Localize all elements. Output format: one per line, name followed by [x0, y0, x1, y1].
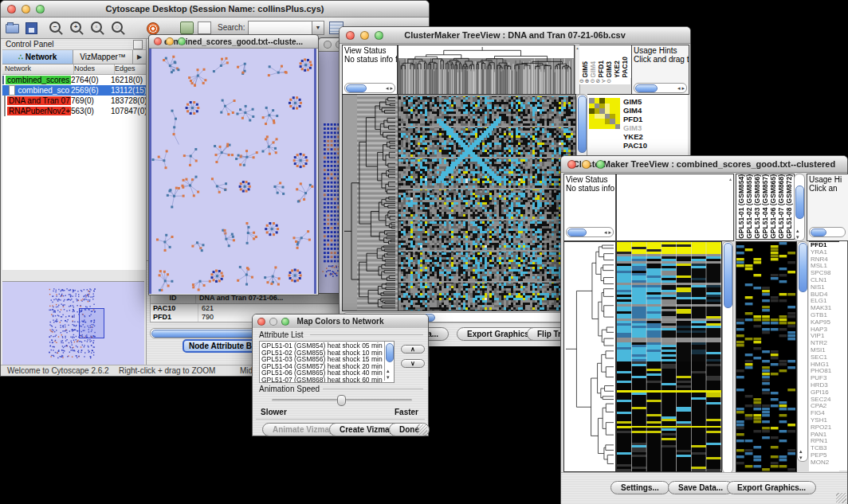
move-down-button[interactable]: ∨: [401, 359, 425, 368]
list-item[interactable]: GPL51-02 (GSM855): [745, 174, 753, 239]
list-item[interactable]: GPL51-07 (GSM868) heat shock 60 min: [261, 377, 394, 383]
maximize-icon[interactable]: [375, 31, 383, 40]
list-item[interactable]: GPL51-07 (GSM868): [777, 174, 785, 239]
network-view-window: combined_scores_good.txt--cluste...: [148, 34, 319, 295]
tv2-collabel-scrollbar[interactable]: ▴ ▾: [794, 174, 805, 241]
main-window-title: Cytoscape Desktop (Session Name: collins…: [1, 4, 429, 14]
list-item[interactable]: YKE2: [623, 132, 647, 141]
attribute-listbox[interactable]: GPL51-01 (GSM854) heat shock 05 minGPL51…: [259, 341, 395, 383]
list-item[interactable]: GIM4: [623, 106, 647, 115]
list-item[interactable]: GPL51-04 (GSM857): [761, 174, 769, 239]
tv2-heatmap[interactable]: [616, 241, 722, 472]
zoom-button[interactable]: [36, 5, 45, 14]
attribute-row[interactable]: PAC10621: [151, 304, 347, 313]
tv2-resize-grip[interactable]: [836, 493, 846, 503]
help-lifering-icon[interactable]: [147, 20, 161, 34]
tv2-export-graphics-button[interactable]: Export Graphics...: [727, 481, 816, 494]
close-icon[interactable]: [257, 318, 265, 326]
close-icon[interactable]: [324, 41, 332, 49]
tv2-usage-hints-text: Click an: [807, 184, 848, 193]
list-item[interactable]: GIM3: [623, 123, 647, 132]
zoom-fit-icon[interactable]: ◌: [110, 20, 124, 34]
list-item[interactable]: YKE2: [613, 61, 621, 78]
zoom-selected-icon[interactable]: ▫: [89, 20, 104, 34]
list-item[interactable]: GIM3: [605, 61, 613, 78]
maximize-icon[interactable]: [178, 37, 186, 45]
network-graph-canvas[interactable]: [149, 49, 316, 294]
float-panel-icon[interactable]: [133, 40, 143, 49]
list-item[interactable]: PFD1: [623, 115, 647, 123]
tab-network[interactable]: ∴ Network: [2, 50, 73, 64]
maximize-icon[interactable]: [596, 160, 605, 169]
tab-vizmapper[interactable]: VizMapper™: [73, 50, 133, 64]
network-list-row[interactable]: DNA and Tran 07769(0)183728(0): [2, 96, 146, 106]
minimize-button[interactable]: [22, 5, 30, 14]
tv2-column-labels: GPL51-01 (GSM854)GPL51-02 (GSM855)GPL51-…: [736, 174, 795, 240]
dialog-titlebar[interactable]: Map Colors to Network: [253, 315, 428, 329]
network-list-row[interactable]: RNAPuberNov2+563(0)107847(0): [2, 106, 146, 116]
minimize-icon[interactable]: [360, 31, 369, 40]
animation-speed-label: Animation Speed: [259, 385, 320, 393]
network-overview-panel[interactable]: [2, 281, 144, 365]
search-dropdown-arrow[interactable]: ▼: [312, 21, 324, 35]
treeview2-titlebar[interactable]: ClusterMaker TreeView : combined_scores_…: [561, 156, 847, 173]
slider-thumb[interactable]: [337, 395, 346, 406]
edit-network-icon[interactable]: [198, 21, 211, 34]
list-item[interactable]: GIM4: [589, 61, 597, 78]
tv2-button-row: Settings... Save Data... Export Graphics…: [561, 472, 847, 504]
tv1-hints-scrollbar[interactable]: ◂ ▸: [634, 83, 687, 93]
minimize-icon[interactable]: [166, 37, 174, 45]
tv1-mini-toolbar-icons[interactable]: ⊖⊕⊙⊘≻⊙: [579, 77, 630, 84]
zoom-in-icon[interactable]: +: [69, 20, 83, 34]
search-input[interactable]: [248, 21, 315, 35]
close-button[interactable]: [7, 5, 16, 14]
tv2-status-scrollbar[interactable]: ◂ ▸: [566, 227, 614, 237]
minimize-icon[interactable]: [582, 160, 591, 169]
list-item[interactable]: PAC10: [621, 57, 629, 78]
dialog-resize-grip[interactable]: [417, 424, 427, 435]
close-icon[interactable]: [154, 37, 162, 45]
list-item[interactable]: GPL51-06 (GSM865): [769, 174, 777, 239]
tv2-hints-scrollbar[interactable]: [809, 227, 846, 237]
network-table-header: Network Nodes Edges: [2, 64, 146, 75]
animation-speed-slider[interactable]: [272, 399, 412, 401]
tv1-usage-hints-panel: Usage Hints Click and drag tc ◂ ▸: [631, 45, 689, 95]
main-titlebar[interactable]: Cytoscape Desktop (Session Name: collins…: [1, 1, 429, 18]
minimize-icon[interactable]: [269, 318, 277, 326]
close-icon[interactable]: [346, 31, 355, 40]
tv1-gene-dendrogram[interactable]: [342, 94, 398, 311]
list-item[interactable]: PAC10: [623, 141, 647, 150]
list-item[interactable]: GIM5: [581, 61, 589, 78]
list-item[interactable]: GPL51-03 (GSM856): [753, 174, 761, 239]
network-list-row[interactable]: combined_sco2569(6)13112(15): [2, 85, 146, 96]
page-icon: [4, 96, 6, 106]
tv2-heatmap-vscrollbar[interactable]: [722, 241, 733, 474]
maximize-icon[interactable]: [281, 318, 289, 326]
tv2-save-data-button[interactable]: Save Data...: [668, 481, 733, 494]
treeview1-titlebar[interactable]: ClusterMaker TreeView : DNA and Tran 07-…: [340, 27, 690, 44]
network-list-row[interactable]: combined_scores2764(0)16218(0): [2, 75, 146, 85]
tv1-usage-hints-title: Usage Hints: [632, 45, 689, 55]
attribute-list-scrollbar[interactable]: ▴ ▾: [384, 342, 394, 381]
list-item[interactable]: GPL51-08 (GSM872): [785, 174, 793, 239]
close-icon[interactable]: [567, 160, 576, 169]
tv2-secondary-vscrollbar[interactable]: ▴ ▾: [797, 241, 808, 462]
tv1-heatmap[interactable]: [398, 94, 576, 311]
list-item[interactable]: GPL51-01 (GSM854): [737, 174, 745, 239]
tab-overflow-arrow[interactable]: ▶: [133, 50, 146, 64]
save-session-icon[interactable]: [26, 20, 40, 34]
list-item[interactable]: MON2: [811, 459, 839, 467]
tv2-gene-dendrogram[interactable]: [563, 241, 616, 472]
annotation-icon[interactable]: [180, 21, 194, 34]
network-view-titlebar[interactable]: combined_scores_good.txt--cluste...: [149, 35, 318, 49]
list-item[interactable]: GIM5: [623, 97, 647, 106]
tv1-similarity-heatmap[interactable]: [589, 98, 620, 129]
list-item[interactable]: PFD1: [597, 61, 605, 78]
move-up-button[interactable]: ∧: [401, 345, 425, 354]
tv2-settings-button[interactable]: Settings...: [610, 481, 669, 494]
zoom-out-icon[interactable]: −: [48, 20, 62, 34]
tv1-status-scrollbar[interactable]: ◂ ▸: [344, 83, 395, 93]
tv2-secondary-heatmap[interactable]: [736, 241, 797, 472]
open-file-icon[interactable]: [6, 20, 20, 34]
tv1-column-dendrogram[interactable]: [398, 45, 575, 95]
